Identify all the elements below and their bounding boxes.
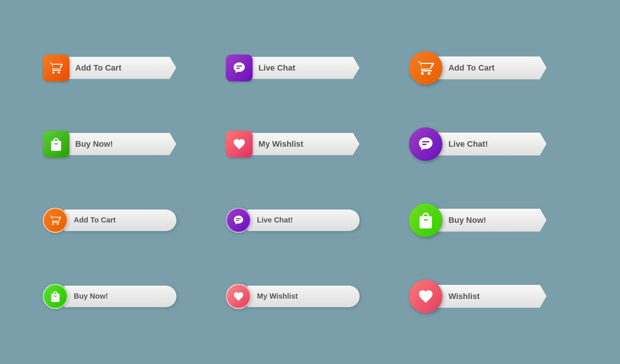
heart-icon [226, 284, 251, 309]
cart-icon [43, 208, 68, 233]
btn-label: Add To Cart [66, 57, 176, 79]
btn-add-to-cart-pill-1[interactable]: Add To Cart [43, 188, 176, 253]
chat-icon [409, 127, 442, 161]
heart-icon [226, 131, 253, 157]
bag-icon [43, 131, 69, 157]
btn-add-to-cart-circle-1[interactable]: Add To Cart [409, 35, 546, 100]
btn-label: Buy Now! [438, 209, 546, 232]
button-showcase: Add To Cart Live Chat Add To Cart Buy No… [20, 20, 600, 344]
cart-icon [409, 51, 442, 85]
btn-wishlist-pill-2[interactable]: My Wishlist [226, 264, 360, 329]
btn-label: Buy Now! [66, 133, 176, 155]
btn-label: Live Chat! [438, 133, 546, 156]
btn-label: Live Chat [250, 57, 360, 79]
btn-label: Buy Now! [64, 286, 176, 307]
btn-label: My Wishlist [250, 133, 360, 155]
btn-label: Add To Cart [438, 56, 546, 79]
chat-icon [226, 55, 253, 81]
btn-live-chat-1[interactable]: Live Chat [226, 35, 360, 100]
cart-icon [43, 55, 69, 81]
btn-live-chat-circle-1[interactable]: Live Chat! [409, 111, 546, 176]
btn-label: Live Chat! [247, 209, 360, 231]
btn-buy-now-pill-2[interactable]: Buy Now! [43, 264, 176, 329]
btn-wishlist-circle-1[interactable]: Wishlist [409, 264, 546, 329]
chat-icon [226, 208, 251, 233]
bag-icon [43, 284, 68, 309]
btn-live-chat-pill-1[interactable]: Live Chat! [226, 188, 360, 253]
bag-icon [409, 204, 442, 237]
btn-buy-now-1[interactable]: Buy Now! [43, 111, 176, 176]
btn-label: Wishlist [438, 285, 546, 308]
btn-add-to-cart-1[interactable]: Add To Cart [43, 35, 176, 100]
btn-label: Add To Cart [64, 209, 176, 231]
btn-buy-now-circle-1[interactable]: Buy Now! [409, 188, 546, 253]
btn-wishlist-1[interactable]: My Wishlist [226, 111, 360, 176]
btn-label: My Wishlist [247, 286, 360, 307]
heart-icon [409, 280, 442, 313]
